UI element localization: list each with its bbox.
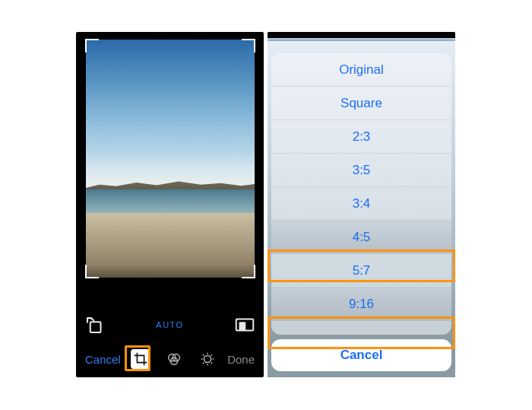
svg-rect-2 xyxy=(239,322,245,330)
done-button[interactable]: Done xyxy=(227,353,255,366)
svg-rect-0 xyxy=(90,322,101,332)
svg-point-6 xyxy=(204,355,211,362)
status-bar xyxy=(268,32,455,41)
aspect-ratio-sheet: Original Square 2:3 3:5 3:4 4:5 5:7 9:16 xyxy=(271,53,451,335)
aspect-ratio-sheet-screen: Original Square 2:3 3:5 3:4 4:5 5:7 9:16… xyxy=(268,32,455,377)
crop-handle-bottom-right[interactable] xyxy=(242,265,255,278)
editor-bottom-bar: Cancel D xyxy=(76,341,264,377)
crop-handle-top-left[interactable] xyxy=(85,39,99,52)
editor-screen: AUTO Cancel xyxy=(76,32,264,377)
crop-handle-bottom-left[interactable] xyxy=(85,265,99,278)
crop-icon[interactable] xyxy=(131,349,150,369)
aspect-icon[interactable] xyxy=(233,313,256,336)
ratio-option-square[interactable]: Square xyxy=(271,87,451,120)
ratio-option-2-3[interactable]: 2:3 xyxy=(271,120,451,154)
auto-label[interactable]: AUTO xyxy=(156,320,183,329)
filters-icon[interactable] xyxy=(164,349,184,369)
ratio-option-5-7[interactable]: 5:7 xyxy=(271,254,451,288)
ratio-option-3-4[interactable]: 3:4 xyxy=(271,187,451,221)
ratio-option-4-5[interactable]: 4:5 xyxy=(271,221,451,254)
crop-toolbar: AUTO xyxy=(76,312,264,338)
crop-handle-top-right[interactable] xyxy=(242,39,255,52)
adjust-icon[interactable] xyxy=(198,349,217,369)
crop-canvas[interactable] xyxy=(86,40,255,278)
ratio-option-original[interactable]: Original xyxy=(271,53,451,87)
photo-beach xyxy=(86,213,255,278)
ratio-option-9-16[interactable]: 9:16 xyxy=(271,288,451,321)
cancel-button[interactable]: Cancel xyxy=(85,353,121,366)
ratio-option-3-5[interactable]: 3:5 xyxy=(271,154,451,187)
rotate-icon[interactable] xyxy=(84,313,106,336)
sheet-cancel-button[interactable]: Cancel xyxy=(271,339,451,371)
